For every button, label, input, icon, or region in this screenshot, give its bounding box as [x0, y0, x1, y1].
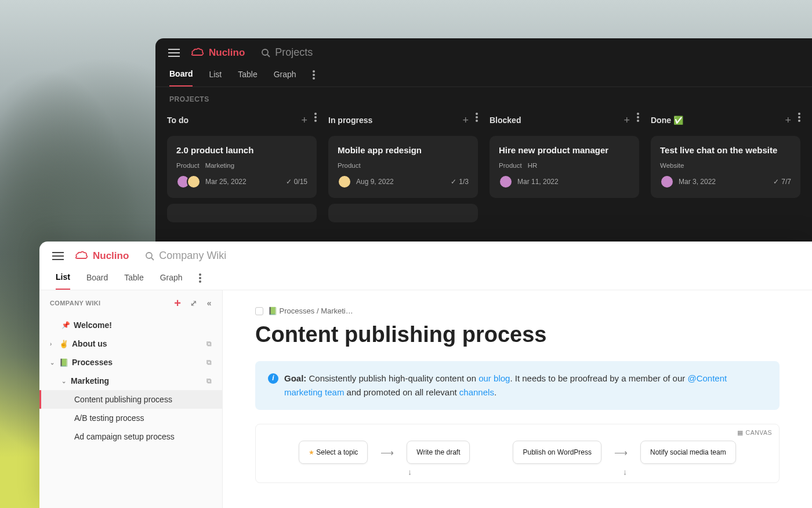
book-icon: 📗	[59, 358, 68, 367]
avatars	[660, 175, 674, 189]
kebab-icon[interactable]	[199, 273, 201, 283]
tab-board[interactable]: Board	[169, 69, 193, 87]
arrow-right-icon: ⟶	[614, 447, 628, 458]
canvas-node[interactable]: ★Select a topic	[299, 441, 368, 464]
goal-label: Goal:	[284, 373, 306, 383]
card-tags: Product	[338, 162, 469, 169]
add-card-button[interactable]: +	[624, 115, 630, 125]
card-placeholder[interactable]	[167, 204, 317, 222]
canvas-node[interactable]: Publish on WordPress	[513, 441, 601, 464]
logo-text: Nuclino	[93, 250, 129, 262]
search-icon	[261, 48, 270, 57]
kebab-icon[interactable]	[313, 70, 315, 80]
canvas-node-label: Select a topic	[316, 448, 358, 456]
search-placeholder: Projects	[275, 46, 313, 59]
sidebar-item-label: A/B testing process	[74, 413, 144, 423]
menu-icon[interactable]	[168, 49, 180, 57]
avatar	[187, 175, 201, 189]
check-icon: ✓	[286, 178, 292, 186]
section-heading: PROJECTS	[155, 87, 812, 103]
search-button[interactable]: Company Wiki	[145, 250, 226, 262]
logo[interactable]: Nuclino	[74, 250, 129, 262]
check-icon: ✓	[773, 178, 779, 186]
dark-header: Nuclino Projects	[155, 38, 812, 59]
link-our-blog[interactable]: our blog	[478, 373, 510, 383]
sidebar-item-about[interactable]: ›✌️About us ⧉	[39, 334, 222, 353]
column-menu-icon[interactable]	[798, 113, 800, 122]
menu-icon[interactable]	[52, 252, 64, 260]
column-menu-icon[interactable]	[637, 113, 639, 122]
tab-board[interactable]: Board	[86, 273, 108, 289]
card-title: 2.0 product launch	[176, 145, 307, 155]
chevron-right-icon[interactable]: ›	[50, 341, 56, 347]
page-title: Content publishing process	[255, 322, 780, 347]
card-date: Aug 9, 2022	[356, 178, 394, 186]
copy-icon[interactable]: ⧉	[206, 377, 212, 385]
sidebar-item-ad-campaign[interactable]: Ad campaign setup process	[39, 427, 222, 446]
sidebar-item-label: Content publishing process	[74, 395, 172, 404]
tag: Product	[176, 162, 200, 169]
svg-point-2	[146, 253, 152, 258]
canvas-node[interactable]: Write the draft	[407, 441, 470, 464]
sidebar-item-welcome[interactable]: 📌Welcome!	[39, 316, 222, 334]
copy-icon[interactable]: ⧉	[206, 340, 212, 348]
card-checklist: ✓7/7	[773, 178, 791, 186]
tab-table[interactable]: Table	[124, 273, 143, 289]
canvas-node[interactable]: Notify social media team	[640, 441, 736, 464]
chevron-down-icon[interactable]: ⌄	[50, 359, 56, 366]
add-page-button[interactable]: +	[174, 297, 181, 309]
info-icon	[268, 373, 278, 384]
avatars	[176, 175, 201, 189]
sidebar-item-label: Processes	[72, 358, 113, 367]
goal-part: Consistently publish high-quality conten…	[306, 373, 478, 383]
card[interactable]: Test live chat on the website Website Ma…	[651, 136, 800, 198]
board-columns: To do + 2.0 product launch Product Marke…	[155, 103, 812, 237]
collapse-icon[interactable]: «	[207, 298, 212, 308]
tag: Website	[660, 162, 684, 169]
card[interactable]: 2.0 product launch Product Marketing Mar…	[167, 136, 317, 198]
search-button[interactable]: Projects	[261, 46, 313, 59]
tab-table[interactable]: Table	[238, 70, 257, 86]
canvas-node-label: Notify social media team	[650, 448, 726, 456]
copy-icon[interactable]: ⧉	[206, 358, 212, 366]
card-title: Mobile app redesign	[338, 145, 469, 155]
sidebar-item-processes[interactable]: ⌄📗Processes ⧉	[39, 353, 222, 372]
sidebar-item-label: About us	[72, 339, 107, 348]
sidebar-heading-row: COMPANY WIKI + ⤢ «	[39, 290, 222, 316]
tab-graph[interactable]: Graph	[274, 70, 296, 86]
card-placeholder[interactable]	[328, 204, 478, 222]
column-menu-icon[interactable]	[314, 113, 317, 122]
checkbox-icon[interactable]	[255, 307, 263, 315]
logo-text: Nuclino	[209, 47, 245, 59]
sidebar-item-marketing[interactable]: ⌄Marketing ⧉	[39, 372, 222, 390]
link-channels[interactable]: channels	[459, 387, 494, 397]
add-card-button[interactable]: +	[301, 115, 307, 125]
expand-icon[interactable]: ⤢	[190, 298, 197, 308]
sidebar-item-ab-testing[interactable]: A/B testing process	[39, 409, 222, 427]
add-card-button[interactable]: +	[462, 115, 469, 125]
tag: Product	[499, 162, 522, 169]
canvas-icon: ▦	[737, 429, 744, 436]
peace-icon: ✌️	[59, 340, 68, 348]
column-menu-icon[interactable]	[476, 113, 478, 122]
card-tags: Product Marketing	[176, 162, 307, 169]
arrow-down-icon: ↓	[623, 467, 627, 477]
chevron-down-icon[interactable]: ⌄	[61, 378, 67, 384]
tag: Product	[338, 162, 361, 169]
column-done: Done ✅ + Test live chat on the website W…	[651, 113, 800, 228]
tab-list[interactable]: List	[209, 70, 222, 86]
tab-list[interactable]: List	[56, 272, 70, 290]
svg-line-3	[151, 258, 154, 260]
column-title: Blocked	[490, 116, 521, 125]
card[interactable]: Hire new product manager Product HR Mar …	[490, 136, 639, 198]
add-card-button[interactable]: +	[785, 115, 791, 125]
logo-icon	[190, 48, 204, 58]
column-todo: To do + 2.0 product launch Product Marke…	[167, 113, 317, 228]
card[interactable]: Mobile app redesign Product Aug 9, 2022 …	[328, 136, 478, 198]
view-tabs: List Board Table Graph	[39, 262, 812, 290]
logo[interactable]: Nuclino	[190, 47, 245, 59]
tab-graph[interactable]: Graph	[160, 273, 183, 289]
sidebar-item-content-publishing[interactable]: Content publishing process	[39, 390, 222, 409]
breadcrumb[interactable]: 📗 Processes / Marketi…	[255, 307, 780, 315]
canvas-embed[interactable]: ▦CANVAS ★Select a topic ⟶ Write the draf…	[255, 424, 780, 483]
